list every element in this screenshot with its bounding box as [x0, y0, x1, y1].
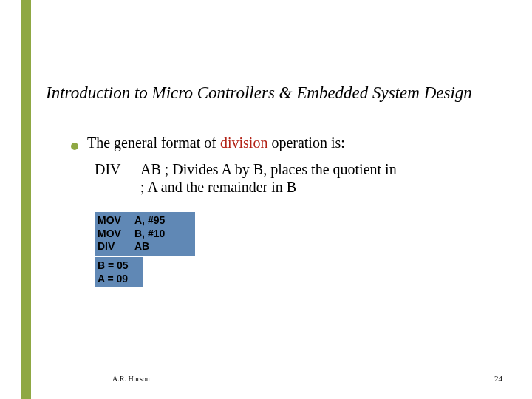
code-row: DIVAB — [98, 240, 192, 253]
bullet-highlight: division — [220, 134, 267, 151]
div-syntax-line1: DIVAB ; Divides A by B, places the quoti… — [95, 161, 397, 178]
bullet-pre: The general format of — [87, 134, 220, 151]
div-opcode: DIV — [95, 161, 140, 178]
div-syntax-line2: ; A and the remainder in B — [140, 179, 296, 196]
page-number: 24 — [494, 374, 502, 383]
operand: A, #95 — [134, 214, 165, 228]
bullet-post: operation is: — [267, 134, 344, 151]
bullet-text: The general format of division operation… — [87, 134, 345, 151]
bullet-icon — [71, 143, 78, 150]
accent-bar — [21, 0, 31, 399]
mnemonic: MOV — [98, 214, 134, 228]
mnemonic: DIV — [98, 240, 134, 253]
mnemonic: MOV — [98, 228, 134, 241]
code-row: MOVB, #10 — [98, 228, 192, 241]
author-footer: A.R. Hurson — [112, 375, 150, 383]
operand: B, #10 — [134, 228, 165, 241]
result-line: B = 05 — [98, 259, 140, 273]
code-row: MOVA, #95 — [98, 214, 192, 228]
slide-title: Introduction to Micro Controllers & Embe… — [46, 83, 472, 103]
operand: AB — [134, 240, 149, 253]
result-line: A = 09 — [98, 273, 140, 286]
code-block-1: MOVA, #95 MOVB, #10 DIVAB — [95, 212, 195, 256]
code-block-2: B = 05 A = 09 — [95, 257, 143, 287]
bullet-item: The general format of division operation… — [71, 134, 345, 151]
div-comment1: AB ; Divides A by B, places the quotient… — [140, 161, 397, 177]
